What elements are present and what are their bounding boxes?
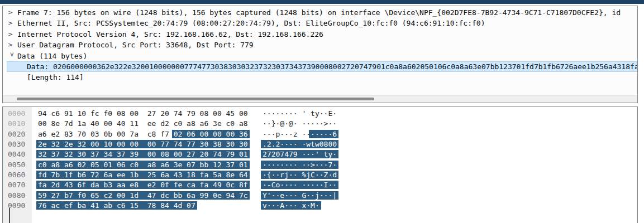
hex-bytes[interactable]: 32 37 32 30 37 34 37 39 00 08 00 27 20 7… [38,149,248,159]
hex-row[interactable]: 0050c0 a8 a6 02 05 01 06 c0 a8 a6 3e 07 … [3,160,637,170]
ascii-bytes[interactable]: ·-Co···· ·····I·· [263,180,337,190]
detail-row-label: Ethernet II, Src: PCSSystemtec_20:74:79 … [17,19,485,27]
hex-bytes-plain: 00 8e 7d 1a 40 00 40 11 ee d2 c0 a8 a6 3… [38,119,248,128]
top-accent-bar [0,0,644,4]
hex-bytes-selected: 59 27 b7 f0 65 c2 00 1d 47 dc bb 6a 99 0… [36,191,250,200]
ascii-bytes-selected: ········ ··>···7· [261,161,338,169]
ascii-bytes[interactable]: ········ ' ty··E· [263,109,337,119]
detail-row-label: Data: 0206000000362e322e3200100000007774… [27,62,637,71]
hex-bytes[interactable]: 59 27 b7 f0 65 c2 00 1d 47 dc bb 6a 99 0… [38,191,248,201]
hex-offset: 0020 [8,129,25,139]
ascii-bytes-plain: ··}·@·@· ·····>·· [263,119,337,128]
hex-offset: 0050 [8,160,25,170]
hex-offset: 0090 [8,201,25,211]
ascii-bytes[interactable]: ·{··rj·· %jC··Z·d [263,170,337,180]
packet-details-pane[interactable]: >Frame 7: 156 bytes on wire (1248 bits),… [2,6,638,103]
ascii-bytes[interactable]: ···p···z ·······6 [263,129,337,139]
ascii-bytes-selected: 27207479 ···' ty· [261,150,338,158]
chevron-right-icon[interactable]: > [8,29,16,40]
hex-bytes[interactable]: 00 8e 7d 1a 40 00 40 11 ee d2 c0 a8 a6 3… [38,119,248,129]
ascii-bytes[interactable]: ········ ··>···7· [263,160,337,170]
detail-row[interactable]: Data: 0206000000362e322e3200100000007774… [7,61,637,72]
detail-row-label: User Datagram Protocol, Src Port: 33648,… [17,41,254,49]
ascii-bytes[interactable]: v···A··· x·M· [263,201,319,211]
hex-row[interactable]: 0070fa 2d 43 6f da b3 aa e8 e2 0f fe ca … [3,180,637,190]
hex-pane-caret [9,208,10,223]
ascii-bytes[interactable]: Y'··e··· G··j···| [263,191,337,201]
hex-bytes[interactable]: c0 a8 a6 02 05 01 06 c0 a8 a6 3e 07 bb 1… [38,160,248,170]
hex-offset: 0010 [8,119,25,129]
hex-bytes-selected: c0 a8 a6 02 05 01 06 c0 a8 a6 3e 07 bb 1… [36,161,250,169]
chevron-down-icon[interactable]: > [7,52,17,60]
hex-bytes-selected: fd 7b 1f b6 72 6a ee 1b 25 6a 43 18 fa 5… [36,171,250,179]
ascii-bytes[interactable]: 27207479 ···' ty· [263,149,337,159]
detail-row-label: Data (114 bytes) [17,52,87,60]
details-scrollbar-thumb[interactable] [17,98,374,100]
ascii-bytes[interactable]: ··}·@·@· ·····>·· [263,119,337,129]
detail-row-label: Internet Protocol Version 4, Src: 192.16… [17,30,323,38]
hex-row[interactable]: 0020a6 e2 83 70 03 0b 00 7a c8 f7 02 06 … [3,129,637,139]
hex-offset: 0060 [8,170,25,180]
detail-row[interactable]: >Data (114 bytes) [3,51,637,61]
hex-row[interactable]: 009076 ac ef ba 41 ab c6 15 78 84 4d 07v… [3,201,637,211]
chevron-right-icon[interactable]: > [8,40,16,50]
hex-bytes[interactable]: fd 7b 1f b6 72 6a ee 1b 25 6a 43 18 fa 5… [38,170,248,180]
detail-row[interactable]: >Internet Protocol Version 4, Src: 192.1… [3,29,637,40]
hex-bytes[interactable]: 2e 32 2e 32 00 10 00 00 00 77 74 77 30 3… [38,139,248,149]
ascii-bytes-selected: Y'··e··· G··j···| [261,191,338,200]
ascii-bytes-plain: ········ ' ty··E· [263,109,337,118]
hex-bytes-selected: 76 ac ef ba 41 ab c6 15 78 84 4d 07 [36,201,197,210]
hex-bytes[interactable]: a6 e2 83 70 03 0b 00 7a c8 f7 02 06 00 0… [38,129,248,139]
ascii-bytes-selected: ·····6 [309,130,338,138]
ascii-bytes[interactable]: .2.2···· ·wtw0800 [263,139,337,149]
hex-bytes-selected: 02 06 00 00 00 36 [172,130,250,138]
hex-offset: 0040 [8,149,25,159]
ascii-bytes-plain: ···p···z ·· [263,130,311,138]
hex-row[interactable]: 00302e 32 2e 32 00 10 00 00 00 77 74 77 … [3,139,637,149]
hex-offset: 0000 [8,109,25,119]
detail-row-label: Frame 7: 156 bytes on wire (1248 bits), … [17,8,621,17]
details-horizontal-scrollbar[interactable] [3,95,637,103]
detail-row-label: [Length: 114] [27,73,84,81]
hex-row[interactable]: 004032 37 32 30 37 34 37 39 00 08 00 27 … [3,149,637,159]
chevron-right-icon[interactable]: > [8,18,16,28]
detail-row[interactable]: >User Datagram Protocol, Src Port: 33648… [3,40,637,50]
hex-offset: 0070 [8,180,25,190]
hex-bytes-selected: 32 37 32 30 37 34 37 39 00 08 00 27 20 7… [36,150,250,158]
hex-bytes[interactable]: 76 ac ef ba 41 ab c6 15 78 84 4d 07 [38,201,195,211]
hex-row[interactable]: 000094 c6 91 10 fc f0 08 00 27 20 74 79 … [3,109,637,119]
packet-details-rows: >Frame 7: 156 bytes on wire (1248 bits),… [3,7,637,83]
ascii-bytes-selected: v···A··· x·M· [261,201,321,210]
detail-row[interactable]: >Frame 7: 156 bytes on wire (1248 bits),… [3,7,637,18]
hex-row[interactable]: 0060fd 7b 1f b6 72 6a ee 1b 25 6a 43 18 … [3,170,637,180]
hex-bytes[interactable]: 94 c6 91 10 fc f0 08 00 27 20 74 79 08 0… [38,109,248,119]
hex-bytes-selected: 2e 32 2e 32 00 10 00 00 00 77 74 77 30 3… [36,140,250,148]
hex-bytes-selected: fa 2d 43 6f da b3 aa e8 e2 0f fe ca fa 4… [36,181,250,189]
hex-bytes-plain: a6 e2 83 70 03 0b 00 7a c8 f7 [38,130,174,138]
hex-row[interactable]: 008059 27 b7 f0 65 c2 00 1d 47 dc bb 6a … [3,191,637,201]
ascii-bytes-selected: .2.2···· ·wtw0800 [261,140,338,148]
hex-bytes-plain: 94 c6 91 10 fc f0 08 00 27 20 74 79 08 0… [38,109,248,118]
ascii-bytes-selected: ·{··rj·· %jC··Z·d [261,171,338,179]
ascii-bytes-selected: ·-Co···· ·····I·· [261,181,338,189]
hex-bytes[interactable]: fa 2d 43 6f da b3 aa e8 e2 0f fe ca fa 4… [38,180,248,190]
hex-row[interactable]: 001000 8e 7d 1a 40 00 40 11 ee d2 c0 a8 … [3,119,637,129]
detail-row[interactable]: >Ethernet II, Src: PCSSystemtec_20:74:79… [3,18,637,28]
packet-bytes-pane[interactable]: 000094 c6 91 10 fc f0 08 00 27 20 74 79 … [2,106,638,223]
chevron-right-icon[interactable]: > [8,7,16,18]
hex-offset: 0080 [8,191,25,201]
hex-offset: 0030 [8,139,25,149]
hex-dump-rows: 000094 c6 91 10 fc f0 08 00 27 20 74 79 … [3,109,637,211]
detail-row[interactable]: [Length: 114] [3,72,637,83]
